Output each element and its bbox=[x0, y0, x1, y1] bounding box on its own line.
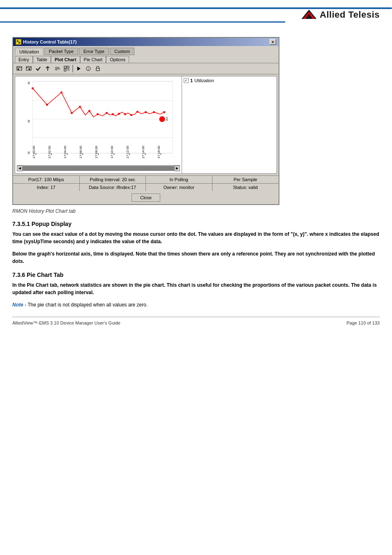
legend-number: 1 bbox=[190, 78, 193, 83]
svg-text:0: 0 bbox=[28, 119, 30, 123]
toolbar-btn-grid[interactable]: 000 bbox=[62, 64, 71, 73]
status-cell-owner: Owner: monitor bbox=[146, 184, 212, 191]
main-content: History Control Table(17) × Utilization … bbox=[0, 33, 392, 334]
dialog-caption: RMON History Plot Chart tab bbox=[12, 208, 380, 214]
svg-rect-5 bbox=[18, 42, 20, 44]
section-736-para1: In the Pie Chart tab, network statistics… bbox=[12, 281, 380, 296]
svg-rect-11 bbox=[29, 69, 30, 70]
svg-point-44 bbox=[130, 114, 132, 116]
svg-point-49 bbox=[159, 116, 165, 122]
dialog-footer: Close bbox=[13, 191, 279, 204]
svg-rect-4 bbox=[17, 40, 18, 42]
tab-packet-type[interactable]: Packet Type bbox=[44, 48, 78, 55]
svg-point-48 bbox=[163, 111, 165, 113]
toolbar-btn-1[interactable] bbox=[15, 64, 24, 73]
svg-text:0: 0 bbox=[28, 151, 30, 155]
dialog-window: History Control Table(17) × Utilization … bbox=[12, 37, 279, 205]
section-7351-heading: 7.3.5.1 Popup Display bbox=[12, 221, 380, 227]
svg-point-34 bbox=[46, 104, 48, 106]
svg-text:17:12:00: 17:12:00 bbox=[126, 145, 129, 159]
svg-rect-27 bbox=[33, 81, 173, 153]
svg-point-41 bbox=[112, 113, 114, 115]
note-label: Note bbox=[12, 302, 23, 308]
status-cell-datasource: Data Source: ifIndex:17 bbox=[80, 184, 146, 191]
svg-rect-16 bbox=[64, 66, 66, 68]
logo-area: Allied Telesis bbox=[301, 9, 380, 21]
svg-point-36 bbox=[71, 112, 73, 114]
section-736-heading: 7.3.6 Pie Chart Tab bbox=[12, 272, 380, 278]
legend-checkbox[interactable]: ✓ bbox=[184, 78, 189, 83]
toolbar: 000 i bbox=[13, 63, 279, 74]
tab-row-1: Utilization Packet Type Error Type Custo… bbox=[13, 46, 279, 55]
svg-text:i: i bbox=[88, 67, 89, 71]
svg-rect-6 bbox=[17, 67, 22, 70]
legend-label: Utilization bbox=[194, 78, 214, 83]
svg-text:17:08:00: 17:08:00 bbox=[95, 145, 98, 159]
titlebar-left: History Control Table(17) bbox=[16, 39, 77, 45]
dialog-close-button[interactable]: × bbox=[270, 39, 276, 45]
svg-point-38 bbox=[88, 110, 90, 112]
svg-text:17:06:00: 17:06:00 bbox=[79, 145, 83, 159]
status-cell-per-sample: Per Sample bbox=[212, 176, 279, 183]
chart-left: 0 0 0 bbox=[15, 76, 182, 173]
scrollbar-track[interactable] bbox=[23, 166, 174, 171]
dialog-title: History Control Table(17) bbox=[23, 39, 77, 44]
header-decoration: Allied Telesis bbox=[0, 0, 392, 33]
close-button[interactable]: Close bbox=[131, 193, 160, 202]
svg-point-47 bbox=[153, 111, 155, 113]
svg-text:17:04:00: 17:04:00 bbox=[63, 145, 67, 159]
window-icon bbox=[16, 39, 21, 45]
status-cell-polling: Polling Interval: 20 sec bbox=[80, 176, 146, 183]
header-blue-bar-bottom bbox=[0, 21, 285, 23]
legend-item-1: ✓ 1 Utilization bbox=[184, 78, 275, 83]
tab-utilization[interactable]: Utilization bbox=[15, 48, 44, 55]
toolbar-btn-up[interactable] bbox=[43, 64, 52, 73]
tab-error-type[interactable]: Error Type bbox=[79, 48, 109, 55]
status-cell-in-polling: In Polling bbox=[146, 176, 212, 183]
section-7351-para1: You can see the exact value of a dot by … bbox=[12, 230, 380, 245]
tab-row-2: Entry Table Plot Chart Pie Chart Options bbox=[13, 55, 279, 63]
section-7351-para2: Below the graph's horizontal axis, time … bbox=[12, 250, 380, 265]
status-bar-row1: Port17: 100 Mbps Polling Interval: 20 se… bbox=[13, 175, 279, 183]
svg-text:17:16:00: 17:16:00 bbox=[157, 145, 161, 159]
tab2-table[interactable]: Table bbox=[33, 56, 51, 63]
page-footer: AlliedView™-EMS 3.10 Device Manager User… bbox=[12, 320, 380, 325]
note-content: - The pie chart is not displayed when al… bbox=[25, 302, 148, 308]
status-bar-row2: Index: 17 Data Source: ifIndex:17 Owner:… bbox=[13, 183, 279, 191]
toolbar-btn-2[interactable] bbox=[24, 64, 33, 73]
plot-chart-svg: 0 0 0 bbox=[15, 78, 182, 164]
tab2-entry[interactable]: Entry bbox=[15, 56, 33, 63]
toolbar-btn-info[interactable]: i bbox=[84, 64, 93, 73]
chart-area: 0 0 0 bbox=[15, 76, 277, 174]
svg-text:0: 0 bbox=[28, 81, 30, 85]
tab2-options[interactable]: Options bbox=[106, 56, 129, 63]
tab-custom[interactable]: Custom bbox=[110, 48, 134, 55]
dialog-titlebar: History Control Table(17) × bbox=[13, 38, 279, 46]
status-cell-status: Status: valid bbox=[212, 184, 279, 191]
chart-scrollbar[interactable]: ◀ ▶ bbox=[17, 165, 180, 171]
toolbar-btn-check[interactable] bbox=[34, 64, 43, 73]
tab2-plot-chart[interactable]: Plot Chart bbox=[51, 56, 80, 63]
status-cell-index: Index: 17 bbox=[13, 184, 80, 191]
toolbar-btn-lock[interactable] bbox=[93, 64, 102, 73]
scrollbar-right-button[interactable]: ▶ bbox=[174, 166, 180, 171]
svg-text:17:02:00: 17:02:00 bbox=[48, 145, 51, 159]
svg-rect-17 bbox=[67, 66, 69, 68]
svg-point-42 bbox=[118, 113, 120, 115]
svg-text:17:14:00: 17:14:00 bbox=[141, 145, 145, 159]
svg-point-35 bbox=[60, 92, 62, 94]
toolbar-btn-sort[interactable] bbox=[53, 64, 62, 73]
svg-text:1: 1 bbox=[166, 117, 168, 121]
svg-rect-8 bbox=[18, 69, 19, 70]
chart-right: ✓ 1 Utilization bbox=[182, 76, 277, 173]
svg-point-37 bbox=[79, 106, 81, 108]
svg-point-45 bbox=[136, 111, 138, 113]
footer-left-text: AlliedView™-EMS 3.10 Device Manager User… bbox=[12, 320, 120, 325]
section-736-note: Note - The pie chart is not displayed wh… bbox=[12, 301, 380, 309]
toolbar-separator-1 bbox=[72, 65, 73, 72]
svg-point-43 bbox=[124, 113, 126, 115]
tab2-pie-chart[interactable]: Pie Chart bbox=[80, 56, 106, 63]
toolbar-btn-play[interactable] bbox=[74, 64, 83, 73]
scrollbar-left-button[interactable]: ◀ bbox=[17, 166, 23, 171]
footer-divider bbox=[12, 317, 380, 317]
